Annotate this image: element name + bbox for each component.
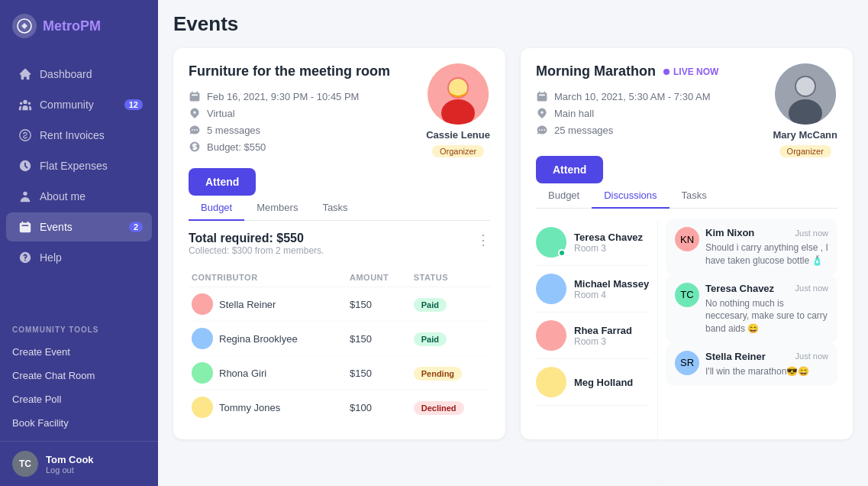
sidebar-item-dashboard[interactable]: Dashboard [6, 60, 152, 89]
chat-message: KN Kim Nixon Just now Should i carry any… [666, 219, 837, 275]
event1-meta: Feb 16, 2021, 9:30 PM - 10:45 PM Virtual… [189, 90, 426, 153]
user-area: TC Tom Cook Log out [0, 441, 158, 486]
member-item[interactable]: Michael Massey Room 4 [536, 266, 650, 313]
sidebar-item-expenses[interactable]: Flat Expenses [6, 151, 152, 180]
logout-link[interactable]: Log out [46, 465, 94, 475]
community-icon [18, 98, 32, 112]
sidebar-item-rent[interactable]: Rent Invoices [6, 121, 152, 150]
chat-sender: Teresa Chavez [705, 283, 774, 294]
logo-icon [12, 14, 37, 38]
status-badge: Declined [414, 401, 464, 415]
svg-point-8 [796, 77, 815, 96]
member-name: Teresa Chavez [574, 232, 643, 243]
event1-tabs: Budget Members Tasks [189, 196, 490, 221]
contributor-avatar [192, 397, 213, 418]
member-room: Room 4 [574, 290, 649, 300]
organizer2-avatar [775, 63, 836, 125]
chat-avatar: SR [675, 351, 699, 375]
event2-organizer: Mary McCann Organizer [773, 63, 837, 157]
location-icon [189, 107, 201, 119]
expenses-icon [18, 159, 32, 173]
table-row: Rhona Giri $150 Pending [189, 356, 490, 390]
col-status: STATUS [411, 268, 490, 287]
invoice-icon [18, 128, 32, 142]
organizer2-badge: Organizer [779, 145, 831, 157]
tab-members-1[interactable]: Members [244, 196, 310, 221]
calendar-icon-2 [536, 90, 548, 102]
sidebar: MetroPM Dashboard Community 12 Rent Invo… [0, 0, 158, 486]
more-options-button[interactable]: ⋮ [476, 232, 490, 248]
member-name: Rhea Farrad [574, 325, 632, 336]
chat-message: TC Teresa Chavez Just now No nothing muc… [666, 275, 837, 343]
tab-budget-2[interactable]: Budget [536, 183, 592, 209]
member-item[interactable]: Teresa Chavez Room 3 [536, 219, 650, 266]
member-room: Room 3 [574, 336, 632, 347]
tab-tasks-1[interactable]: Tasks [310, 196, 360, 221]
budget-collected: Collected: $300 from 2 members. [189, 245, 324, 256]
members-list: Teresa Chavez Room 3 Michael Massey Room… [536, 219, 658, 486]
chat-avatar: TC [675, 283, 699, 307]
member-avatar [536, 274, 566, 304]
live-badge: LIVE NOW [663, 66, 718, 77]
col-contributor: CONTRIBUTOR [189, 268, 347, 287]
event1-organizer: Cassie Lenue Organizer [426, 63, 490, 157]
tab-budget-1[interactable]: Budget [189, 196, 244, 221]
discussions-section: Teresa Chavez Room 3 Michael Massey Room… [536, 219, 837, 486]
member-avatar [536, 320, 566, 351]
contributors-table: CONTRIBUTOR AMOUNT STATUS Stella Reiner … [189, 268, 490, 424]
chat-message: SR Stella Reiner Just now I'll win the m… [666, 343, 837, 386]
chat-sender: Stella Reiner [705, 351, 766, 362]
table-row: Tommy Jones $100 Declined [189, 390, 490, 425]
organizer1-avatar [428, 63, 489, 125]
status-badge: Pending [414, 367, 462, 381]
tab-discussions-2[interactable]: Discussions [592, 183, 669, 209]
create-event-tool[interactable]: Create Event [12, 340, 146, 364]
event2-tabs: Budget Discussions Tasks [536, 183, 837, 209]
logo-area: MetroPM [0, 0, 158, 52]
home-icon [18, 67, 32, 81]
user-avatar: TC [12, 451, 38, 477]
contributor-avatar [192, 362, 213, 384]
sidebar-item-events[interactable]: Events 2 [6, 212, 152, 241]
event-card-1: Furniture for the meeting room Feb 16, 2… [173, 48, 505, 439]
event1-attend-button[interactable]: Attend [189, 168, 256, 196]
event1-header: Furniture for the meeting room Feb 16, 2… [189, 63, 490, 196]
member-name: Meg Holland [574, 377, 633, 388]
col-amount: AMOUNT [347, 268, 411, 287]
member-name: Michael Massey [574, 278, 649, 290]
member-item[interactable]: Rhea Farrad Room 3 [536, 313, 650, 359]
chat-text: I'll win the marathon😎😄 [705, 365, 828, 378]
sidebar-item-about[interactable]: About me [6, 182, 152, 211]
event1-title: Furniture for the meeting room [189, 63, 426, 79]
member-item[interactable]: Meg Holland [536, 359, 650, 406]
contributor-avatar [192, 293, 213, 315]
chat-time: Just now [795, 284, 828, 293]
user-name: Tom Cook [46, 454, 94, 465]
member-room: Room 3 [574, 243, 643, 254]
status-badge: Paid [414, 298, 447, 312]
organizer1-badge: Organizer [432, 145, 484, 157]
chat-sender: Kim Nixon [705, 227, 754, 238]
chat-messages: KN Kim Nixon Just now Should i carry any… [658, 219, 837, 486]
events-grid: Furniture for the meeting room Feb 16, 2… [173, 48, 853, 439]
table-row: Stella Reiner $150 Paid [189, 287, 490, 322]
calendar-icon [189, 90, 201, 102]
chat-avatar: KN [675, 227, 699, 251]
sidebar-item-help[interactable]: Help [6, 243, 152, 272]
book-facility-tool[interactable]: Book Facility [12, 411, 146, 435]
message-icon-2 [536, 124, 548, 136]
contributor-avatar [192, 328, 213, 349]
community-badge: 12 [124, 99, 143, 110]
create-chat-room-tool[interactable]: Create Chat Room [12, 364, 146, 387]
create-poll-tool[interactable]: Create Poll [12, 387, 146, 411]
sidebar-item-community[interactable]: Community 12 [6, 90, 152, 119]
live-dot [663, 69, 670, 75]
community-tools-label: COMMUNITY TOOLS [12, 326, 146, 334]
location-icon-2 [536, 107, 548, 119]
tab-tasks-2[interactable]: Tasks [670, 183, 719, 209]
event2-attend-button[interactable]: Attend [536, 156, 603, 183]
about-icon [18, 190, 32, 203]
chat-text: Should i carry anything else , I have ta… [705, 241, 828, 267]
chat-time: Just now [795, 352, 828, 361]
organizer2-name: Mary McCann [773, 129, 837, 141]
